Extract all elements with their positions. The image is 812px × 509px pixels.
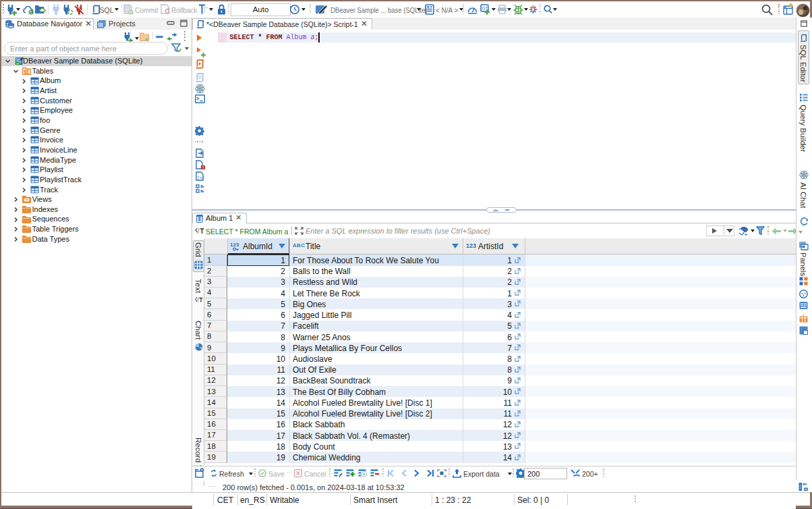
svg-text:[x]: [x] <box>197 176 204 180</box>
svg-text:GT: GT <box>482 6 488 11</box>
